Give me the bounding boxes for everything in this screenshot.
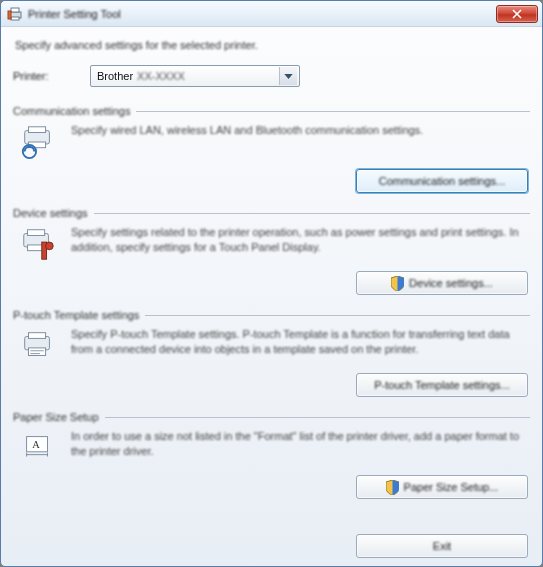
ptouch-template-settings-button[interactable]: P-touch Template settings... <box>356 373 528 397</box>
shield-icon <box>391 276 404 291</box>
button-label: Exit <box>433 540 451 552</box>
divider <box>105 417 530 418</box>
group-desc-paper: In order to use a size not listed in the… <box>71 429 530 459</box>
window: Printer Setting Tool Specify advanced se… <box>0 0 543 567</box>
printer-tools-icon <box>19 225 57 263</box>
intro-text: Specify advanced settings for the select… <box>15 39 530 51</box>
close-button[interactable] <box>496 5 538 23</box>
printer-select-value: Brother <box>97 70 133 82</box>
shield-icon <box>386 480 399 495</box>
group-desc-template: Specify P-touch Template settings. P-tou… <box>71 327 530 357</box>
device-settings-button[interactable]: Device settings... <box>356 271 528 295</box>
svg-rect-2 <box>11 17 19 20</box>
content-area: Specify advanced settings for the select… <box>1 27 542 566</box>
exit-button[interactable]: Exit <box>356 534 528 558</box>
printer-document-icon <box>19 327 57 365</box>
button-label: Communication settings... <box>379 175 506 187</box>
svg-text:A: A <box>32 439 40 450</box>
group-title-communication: Communication settings <box>13 105 130 117</box>
printer-select[interactable]: Brother XX-XXXX <box>90 65 300 87</box>
printer-label: Printer: <box>13 70 68 82</box>
communication-settings-button[interactable]: Communication settings... <box>356 169 528 193</box>
svg-rect-3 <box>8 11 11 19</box>
svg-rect-9 <box>28 230 45 236</box>
divider <box>136 111 530 112</box>
svg-point-12 <box>46 242 54 250</box>
divider <box>94 213 530 214</box>
group-title-template: P-touch Template settings <box>13 309 139 321</box>
group-desc-device: Specify settings related to the printer … <box>71 225 530 255</box>
paper-size-setup-button[interactable]: Paper Size Setup... <box>356 475 528 499</box>
group-device: Device settings Specify settings related… <box>13 207 530 301</box>
app-icon <box>7 6 23 22</box>
group-communication: Communication settings Specify wired LAN… <box>13 105 530 199</box>
svg-rect-5 <box>29 127 46 133</box>
titlebar: Printer Setting Tool <box>1 1 542 27</box>
svg-rect-14 <box>29 333 46 339</box>
svg-rect-1 <box>11 8 19 12</box>
button-label: Device settings... <box>409 277 493 289</box>
printer-select-model: XX-XXXX <box>137 70 185 82</box>
group-template: P-touch Template settings Specify P-touc… <box>13 309 530 403</box>
divider <box>145 315 530 316</box>
chevron-down-icon <box>279 67 297 85</box>
network-printer-icon <box>19 123 57 161</box>
group-title-device: Device settings <box>13 207 88 219</box>
window-title: Printer Setting Tool <box>28 8 496 20</box>
group-title-paper: Paper Size Setup <box>13 411 99 423</box>
button-label: P-touch Template settings... <box>374 379 510 391</box>
group-paper: Paper Size Setup A In order to use a siz… <box>13 411 530 505</box>
group-desc-communication: Specify wired LAN, wireless LAN and Blue… <box>71 123 530 138</box>
svg-rect-15 <box>29 348 46 356</box>
button-label: Paper Size Setup... <box>404 481 499 493</box>
paper-size-icon: A <box>19 429 57 467</box>
printer-row: Printer: Brother XX-XXXX <box>13 65 530 87</box>
